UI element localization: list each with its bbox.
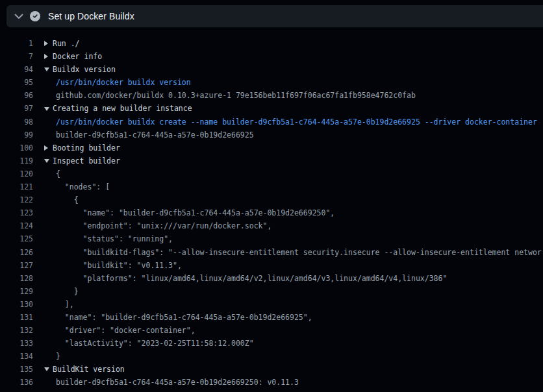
line-number[interactable]: 134 — [0, 350, 33, 363]
triangle-down-icon — [44, 367, 53, 371]
line-content[interactable]: Booting builder — [44, 141, 120, 154]
triangle-glyph — [44, 41, 48, 46]
line-number[interactable]: 123 — [0, 206, 33, 219]
line-content: } — [44, 350, 60, 363]
line-number[interactable]: 96 — [0, 89, 33, 102]
line-number[interactable]: 131 — [0, 311, 33, 324]
triangle-glyph — [44, 367, 49, 371]
line-number[interactable]: 100 — [0, 141, 33, 154]
log-line-row: 123 "name": "builder-d9cfb5a1-c764-445a-… — [0, 206, 543, 219]
line-number[interactable]: 99 — [0, 129, 33, 141]
log-line-row: 130 ], — [0, 298, 543, 311]
line-content: builder-d9cfb5a1-c764-445a-a57e-0b19d2e6… — [44, 376, 299, 389]
line-number[interactable]: 95 — [0, 76, 33, 89]
log-group-row[interactable]: 7Docker info — [0, 50, 543, 63]
triangle-glyph — [44, 145, 48, 151]
line-content: "platforms": "linux/amd64,linux/amd64/v2… — [44, 272, 447, 285]
triangle-glyph — [44, 107, 49, 111]
output-text: "lastActivity": "2023-02-25T11:58:12.000… — [56, 337, 254, 350]
line-number[interactable]: 119 — [0, 154, 33, 167]
group-title: Buildx version — [53, 63, 116, 76]
output-text: "platforms": "linux/amd64,linux/amd64/v2… — [56, 272, 447, 285]
log-line-row: 125 "status": "running", — [0, 232, 543, 245]
line-number[interactable]: 1 — [0, 37, 33, 50]
line-number[interactable]: 126 — [0, 246, 33, 259]
log-group-row[interactable]: 100Booting builder — [0, 141, 543, 154]
log-group-row[interactable]: 97Creating a new builder instance — [0, 102, 543, 115]
group-title: Run ./ — [53, 37, 80, 50]
log-line-row: 131 "name": "builder-d9cfb5a1-c764-445a-… — [0, 311, 543, 324]
log-line-row: 122 { — [0, 193, 543, 206]
log-line-row: 127 "buildkit": "v0.11.3", — [0, 259, 543, 272]
line-number[interactable]: 94 — [0, 63, 33, 76]
group-title: Docker info — [53, 50, 102, 63]
line-content: "nodes": [ — [44, 180, 110, 193]
output-text: "name": "builder-d9cfb5a1-c764-445a-a57e… — [56, 311, 312, 324]
line-number[interactable]: 125 — [0, 232, 33, 245]
output-text: { — [56, 167, 60, 180]
line-content[interactable]: Buildx version — [44, 63, 116, 76]
output-text: "buildkitd-flags": "--allow-insecure-ent… — [56, 246, 542, 259]
chevron-down-icon — [9, 5, 29, 27]
triangle-right-icon — [44, 41, 53, 46]
output-text: } — [56, 350, 60, 363]
log-line-row: 136builder-d9cfb5a1-c764-445a-a57e-0b19d… — [0, 376, 543, 389]
log-line-row: 121 "nodes": [ — [0, 180, 543, 193]
line-number[interactable]: 127 — [0, 259, 33, 272]
line-content: /usr/bin/docker buildx create --name bui… — [44, 116, 537, 129]
output-text: builder-d9cfb5a1-c764-445a-a57e-0b19d2e6… — [56, 129, 254, 141]
triangle-glyph — [44, 54, 48, 59]
log-line-row: 128 "platforms": "linux/amd64,linux/amd6… — [0, 272, 543, 285]
triangle-glyph — [44, 159, 49, 163]
triangle-glyph — [44, 67, 49, 71]
line-content: "name": "builder-d9cfb5a1-c764-445a-a57e… — [44, 311, 312, 324]
log-group-row[interactable]: 119Inspect builder — [0, 154, 543, 167]
log-group-row[interactable]: 94Buildx version — [0, 63, 543, 76]
line-number[interactable]: 97 — [0, 102, 33, 115]
output-text: } — [56, 285, 79, 298]
log-line-row: 133 "lastActivity": "2023-02-25T11:58:12… — [0, 337, 543, 350]
line-content[interactable]: Run ./ — [44, 37, 80, 50]
line-content: "buildkit": "v0.11.3", — [44, 259, 182, 272]
step-title: Set up Docker Buildx — [48, 11, 134, 21]
line-content[interactable]: Creating a new builder instance — [44, 102, 192, 115]
line-content[interactable]: Docker info — [44, 50, 102, 63]
line-number[interactable]: 120 — [0, 167, 33, 180]
step-header[interactable]: Set up Docker Buildx — [6, 5, 543, 27]
line-number[interactable]: 132 — [0, 324, 33, 337]
group-title: Inspect builder — [53, 154, 120, 167]
line-content[interactable]: Inspect builder — [44, 154, 120, 167]
line-number[interactable]: 128 — [0, 272, 33, 285]
line-content: "lastActivity": "2023-02-25T11:58:12.000… — [44, 337, 254, 350]
log-line-row: 129 } — [0, 285, 543, 298]
output-text: ], — [56, 298, 74, 311]
log-line-row: 124 "endpoint": "unix:///var/run/docker.… — [0, 219, 543, 232]
log-line-row: 99builder-d9cfb5a1-c764-445a-a57e-0b19d2… — [0, 129, 543, 141]
output-text: builder-d9cfb5a1-c764-445a-a57e-0b19d2e6… — [56, 376, 299, 389]
line-number[interactable]: 124 — [0, 219, 33, 232]
line-content: "driver": "docker-container", — [44, 324, 196, 337]
line-number[interactable]: 7 — [0, 50, 33, 63]
line-number[interactable]: 129 — [0, 285, 33, 298]
line-number[interactable]: 122 — [0, 193, 33, 206]
group-title: Booting builder — [53, 141, 120, 154]
group-title: Creating a new builder instance — [53, 102, 192, 115]
line-number[interactable]: 130 — [0, 298, 33, 311]
log-group-row[interactable]: 1Run ./ — [0, 37, 543, 50]
line-content[interactable]: BuildKit version — [44, 363, 125, 376]
log-line-row: 96github.com/docker/buildx 0.10.3+azure-… — [0, 89, 543, 102]
line-number[interactable]: 133 — [0, 337, 33, 350]
line-number[interactable]: 98 — [0, 116, 33, 129]
log-group-row[interactable]: 135BuildKit version — [0, 363, 543, 376]
triangle-right-icon — [44, 54, 53, 59]
command-text: /usr/bin/docker buildx create --name bui… — [56, 116, 537, 129]
line-number[interactable]: 136 — [0, 376, 33, 389]
line-content: /usr/bin/docker buildx version — [44, 76, 191, 89]
line-content: "endpoint": "unix:///var/run/docker.sock… — [44, 219, 272, 232]
line-content: "status": "running", — [44, 232, 173, 245]
output-text: { — [56, 193, 79, 206]
log-line-row: 134} — [0, 350, 543, 363]
line-number[interactable]: 135 — [0, 363, 33, 376]
log-line-row: 95/usr/bin/docker buildx version — [0, 76, 543, 89]
line-number[interactable]: 121 — [0, 180, 33, 193]
